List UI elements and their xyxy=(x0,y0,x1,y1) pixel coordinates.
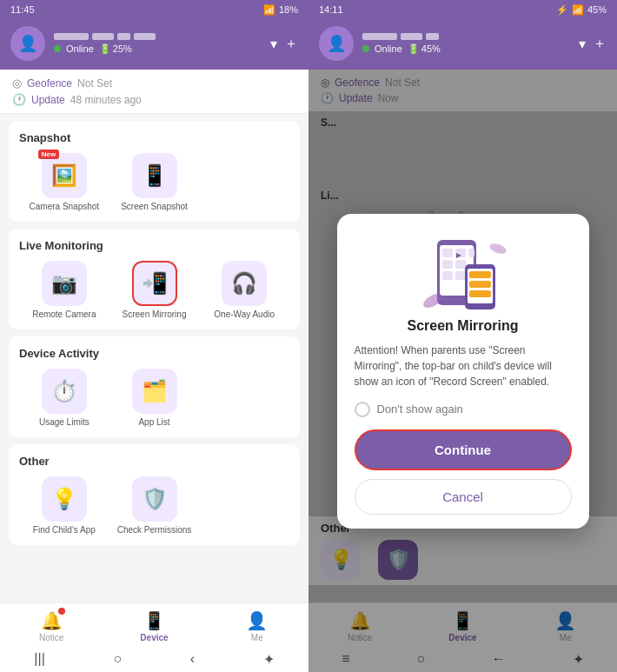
device-activity-title: Device Activity xyxy=(19,347,289,360)
cancel-button[interactable]: Cancel xyxy=(355,479,572,515)
dialog-illustration xyxy=(411,231,515,318)
find-childs-app-icon-box: 💡 xyxy=(42,476,87,522)
dont-show-radio[interactable] xyxy=(355,402,370,417)
screen-mirroring-label: Screen Mirroring xyxy=(123,309,187,319)
find-childs-app-item[interactable]: 💡 Find Child's App xyxy=(19,476,109,535)
update-row-left: 🕐 Update 48 minutes ago xyxy=(12,91,296,108)
bottom-nav-left: 🔔 Notice 📱 Device 👤 Me xyxy=(0,602,308,646)
bluetooth-icon: ⚡ xyxy=(556,4,568,16)
camera-snapshot-item[interactable]: 🖼️ New Camera Snapshot xyxy=(19,153,109,211)
avatar-right: 👤 xyxy=(319,26,354,61)
camera-snapshot-icon: 🖼️ xyxy=(51,163,77,188)
online-dot-right xyxy=(362,45,369,52)
update-icon-left: 🕐 xyxy=(12,93,26,106)
wifi-icon-right: 📶 xyxy=(572,4,584,16)
app-list-icon-box: 🗂️ xyxy=(132,369,177,414)
left-phone: 11:45 📶 18% 👤 Online 🔋 25% ▾ ＋ xyxy=(0,0,308,672)
wifi-icon: 📶 xyxy=(263,4,275,16)
nav-notice-left[interactable]: 🔔 Notice xyxy=(0,610,103,642)
online-dot-left xyxy=(54,45,61,52)
live-monitoring-section: Live Monitoring 📷 Remote Camera 📲 Screen… xyxy=(9,229,300,329)
camera-snapshot-icon-box: 🖼️ New xyxy=(42,153,87,198)
status-icons-right: ⚡ 📶 45% xyxy=(556,4,607,16)
usage-limits-item[interactable]: ⏱️ Usage Limits xyxy=(19,369,109,427)
one-way-audio-icon-box: 🎧 xyxy=(222,261,267,306)
info-bar-left: ◎ Geofence Not Set 🕐 Update 48 minutes a… xyxy=(0,70,308,114)
snapshot-section: Snapshot 🖼️ New Camera Snapshot 📱 Screen… xyxy=(9,121,300,222)
header-actions-left[interactable]: ▾ ＋ xyxy=(270,35,298,53)
battery-right: 45% xyxy=(587,4,607,15)
notice-icon-left: 🔔 xyxy=(41,610,63,631)
new-badge: New xyxy=(38,150,59,159)
sys-extra-left[interactable]: ✦ xyxy=(263,651,275,668)
remote-camera-item[interactable]: 📷 Remote Camera xyxy=(19,261,109,319)
sys-menu-left[interactable]: ||| xyxy=(34,651,44,667)
app-list-item[interactable]: 🗂️ App List xyxy=(109,369,200,427)
scroll-content-left: Snapshot 🖼️ New Camera Snapshot 📱 Screen… xyxy=(0,114,308,672)
other-section-left: Other 💡 Find Child's App 🛡️ Check Permis… xyxy=(9,444,300,545)
find-childs-app-label: Find Child's App xyxy=(33,525,96,535)
one-way-audio-icon: 🎧 xyxy=(231,271,257,296)
device-activity-grid: ⏱️ Usage Limits 🗂️ App List xyxy=(19,369,289,427)
name-row-right xyxy=(362,33,570,40)
one-way-audio-item[interactable]: 🎧 One-Way Audio xyxy=(199,261,289,319)
battery-header-left: 🔋 25% xyxy=(99,43,132,55)
usage-limits-icon: ⏱️ xyxy=(51,379,77,403)
header-info-left: Online 🔋 25% xyxy=(54,33,262,55)
live-monitoring-title: Live Monitoring xyxy=(19,239,289,252)
svg-rect-6 xyxy=(455,260,466,269)
add-icon-left[interactable]: ＋ xyxy=(284,35,298,53)
app-list-icon: 🗂️ xyxy=(142,379,168,403)
check-permissions-item[interactable]: 🛡️ Check Permissions xyxy=(109,476,200,535)
svg-rect-11 xyxy=(469,271,491,278)
one-way-audio-label: One-Way Audio xyxy=(214,309,275,319)
svg-rect-7 xyxy=(442,271,453,280)
remote-camera-label: Remote Camera xyxy=(32,309,96,319)
usage-limits-icon-box: ⏱️ xyxy=(42,369,87,414)
camera-snapshot-label: Camera Snapshot xyxy=(30,202,100,211)
snapshot-grid: 🖼️ New Camera Snapshot 📱 Screen Snapshot xyxy=(19,153,289,211)
svg-rect-4 xyxy=(468,249,474,257)
screen-snapshot-item[interactable]: 📱 Screen Snapshot xyxy=(109,153,200,211)
other-grid-left: 💡 Find Child's App 🛡️ Check Permissions xyxy=(19,476,289,535)
header-info-right: Online 🔋 45% xyxy=(362,33,570,55)
nav-me-left[interactable]: 👤 Me xyxy=(206,610,308,642)
dropdown-icon-right[interactable]: ▾ xyxy=(579,36,586,52)
nav-device-left[interactable]: 📱 Device xyxy=(103,610,205,642)
dont-show-row[interactable]: Don't show again xyxy=(355,402,572,417)
snapshot-title: Snapshot xyxy=(19,131,289,144)
me-icon-left: 👤 xyxy=(246,610,268,631)
header-actions-right[interactable]: ▾ ＋ xyxy=(579,35,607,53)
screen-mirroring-item[interactable]: 📲 Screen Mirroring xyxy=(109,261,200,319)
sys-back-left[interactable]: ‹ xyxy=(190,651,195,667)
status-row-right: Online 🔋 45% xyxy=(362,43,570,55)
header-right: 👤 Online 🔋 45% ▾ ＋ xyxy=(308,19,617,70)
time-right: 14:11 xyxy=(319,4,343,15)
device-activity-section: Device Activity ⏱️ Usage Limits 🗂️ App L… xyxy=(9,336,300,437)
check-permissions-icon-box: 🛡️ xyxy=(132,476,177,522)
other-title-left: Other xyxy=(19,455,289,468)
check-permissions-label: Check Permissions xyxy=(117,525,192,535)
dialog-title: Screen Mirroring xyxy=(407,318,518,334)
app-list-label: App List xyxy=(138,417,169,427)
device-icon-left: 📱 xyxy=(143,610,165,631)
screen-mirroring-icon: 📲 xyxy=(142,271,168,296)
device-label-left: Device xyxy=(140,633,168,642)
add-icon-right[interactable]: ＋ xyxy=(593,35,607,53)
live-monitoring-grid: 📷 Remote Camera 📲 Screen Mirroring 🎧 One… xyxy=(19,261,289,319)
continue-button[interactable]: Continue xyxy=(355,429,572,470)
time-left: 11:45 xyxy=(10,4,35,15)
svg-rect-8 xyxy=(455,271,466,280)
right-phone: 14:11 ⚡ 📶 45% 👤 Online 🔋 45% ▾ ＋ xyxy=(308,0,617,672)
check-permissions-icon: 🛡️ xyxy=(142,487,168,511)
remote-camera-icon: 📷 xyxy=(51,271,77,296)
avatar-left: 👤 xyxy=(10,26,45,61)
online-label-left: Online xyxy=(66,43,94,54)
find-childs-app-icon: 💡 xyxy=(51,487,77,511)
dropdown-icon-left[interactable]: ▾ xyxy=(270,36,277,52)
dialog-body: Attention! When parents use "Screen Mirr… xyxy=(355,343,572,389)
status-bar-right: 14:11 ⚡ 📶 45% xyxy=(308,0,617,19)
name-row-left xyxy=(54,33,262,40)
sys-home-left[interactable]: ○ xyxy=(113,651,122,667)
notice-badge-left xyxy=(58,608,65,615)
